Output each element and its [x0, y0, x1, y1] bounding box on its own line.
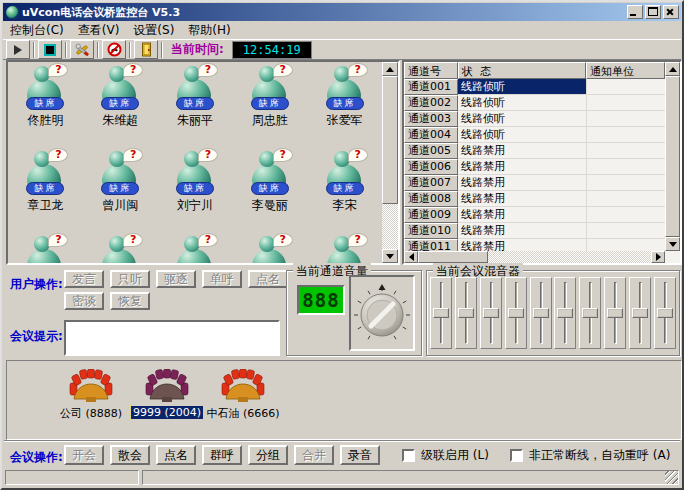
channel-unit-cell[interactable]: [586, 175, 665, 191]
mixer-slider[interactable]: [480, 277, 502, 349]
member-item[interactable]: ? 缺席 佟胜明: [8, 64, 83, 149]
channel-status-cell[interactable]: 线路侦听: [458, 79, 586, 95]
column-header[interactable]: 通道号: [404, 62, 458, 79]
channel-id-cell[interactable]: 通道009: [404, 207, 458, 223]
column-header[interactable]: 状 态: [458, 62, 586, 79]
mixer-slider[interactable]: [604, 277, 626, 349]
start-button[interactable]: [6, 40, 30, 59]
scroll-down-button[interactable]: [665, 237, 680, 251]
slider-thumb[interactable]: [483, 308, 499, 318]
op-button[interactable]: 散会: [110, 445, 150, 465]
channel-unit-cell[interactable]: [586, 127, 665, 143]
members-scrollbar[interactable]: [382, 62, 398, 263]
checkbox[interactable]: 级联启用 (L): [402, 447, 489, 464]
scroll-up-button[interactable]: [665, 62, 680, 76]
slider-thumb[interactable]: [657, 308, 673, 318]
title-bar[interactable]: uVcon电话会议桥监控台 V5.3: [3, 3, 681, 21]
stop-button[interactable]: [38, 40, 62, 59]
menu-item[interactable]: 帮助(H): [181, 21, 237, 40]
member-item[interactable]: ? 缺席: [83, 234, 158, 263]
resize-grip[interactable]: [665, 471, 678, 484]
slider-thumb[interactable]: [557, 308, 573, 318]
channel-status-cell[interactable]: 线路禁用: [458, 239, 586, 251]
slider-thumb[interactable]: [632, 308, 648, 318]
channel-status-cell[interactable]: 线路禁用: [458, 159, 586, 175]
op-button[interactable]: 密谈: [64, 292, 104, 310]
op-button[interactable]: 发言: [64, 270, 104, 288]
maximize-button[interactable]: [645, 5, 661, 19]
mixer-slider[interactable]: [554, 277, 576, 349]
slider-thumb[interactable]: [582, 308, 598, 318]
channel-unit-cell[interactable]: [586, 95, 665, 111]
scroll-right-button[interactable]: [651, 251, 665, 263]
conference-item[interactable]: 9999 (2004): [129, 369, 205, 421]
member-item[interactable]: ? 缺席: [8, 234, 83, 263]
op-button[interactable]: 驱逐: [156, 270, 196, 288]
channel-status-cell[interactable]: 线路禁用: [458, 175, 586, 191]
channel-unit-cell[interactable]: [586, 239, 665, 251]
channel-status-cell[interactable]: 线路侦听: [458, 111, 586, 127]
slider-thumb[interactable]: [433, 308, 449, 318]
member-item[interactable]: ? 缺席 周忠胜: [232, 64, 307, 149]
channel-unit-cell[interactable]: [586, 143, 665, 159]
checkbox-box[interactable]: [510, 449, 523, 462]
op-button[interactable]: 只听: [110, 270, 150, 288]
member-item[interactable]: ? 缺席 章卫龙: [8, 149, 83, 234]
channel-row[interactable]: 通道005 线路禁用: [404, 143, 665, 159]
channel-id-cell[interactable]: 通道011: [404, 239, 458, 251]
member-item[interactable]: ? 缺席 李曼丽: [232, 149, 307, 234]
op-button[interactable]: 群呼: [202, 445, 242, 465]
op-button[interactable]: 点名: [156, 445, 196, 465]
channel-id-cell[interactable]: 通道005: [404, 143, 458, 159]
menu-item[interactable]: 设置(S): [126, 21, 181, 40]
slider-thumb[interactable]: [458, 308, 474, 318]
member-item[interactable]: ? 缺席 朱丽平: [158, 64, 233, 149]
member-item[interactable]: ? 缺席 朱维超: [83, 64, 158, 149]
conference-item[interactable]: 公司 (8888): [53, 369, 129, 421]
channel-row[interactable]: 通道006 线路禁用: [404, 159, 665, 175]
scrollbar-thumb[interactable]: [418, 251, 488, 263]
channel-id-cell[interactable]: 通道006: [404, 159, 458, 175]
member-item[interactable]: ? 缺席: [158, 234, 233, 263]
checkbox[interactable]: 非正常断线，自动重呼 (A): [510, 447, 670, 464]
exit-button[interactable]: [134, 40, 158, 59]
mixer-slider[interactable]: [530, 277, 552, 349]
member-item[interactable]: ? 缺席 曾川闽: [83, 149, 158, 234]
channel-row[interactable]: 通道002 线路侦听: [404, 95, 665, 111]
channel-unit-cell[interactable]: [586, 159, 665, 175]
column-header[interactable]: 通知单位: [586, 62, 665, 79]
scrollbar-track[interactable]: [488, 251, 651, 263]
channel-status-cell[interactable]: 线路侦听: [458, 127, 586, 143]
member-item[interactable]: ? 缺席: [232, 234, 307, 263]
mixer-slider[interactable]: [629, 277, 651, 349]
channel-unit-cell[interactable]: [586, 223, 665, 239]
menu-item[interactable]: 查看(V): [71, 21, 127, 40]
member-item[interactable]: ? 缺席 李宋: [307, 149, 382, 234]
channel-id-cell[interactable]: 通道008: [404, 191, 458, 207]
channel-row[interactable]: 通道008 线路禁用: [404, 191, 665, 207]
channel-id-cell[interactable]: 通道001: [404, 79, 458, 95]
channels-hscrollbar[interactable]: [404, 251, 665, 263]
channel-id-cell[interactable]: 通道007: [404, 175, 458, 191]
channel-status-cell[interactable]: 线路禁用: [458, 191, 586, 207]
member-item[interactable]: ? 缺席: [307, 234, 382, 263]
close-button[interactable]: [663, 5, 679, 19]
scrollbar-thumb[interactable]: [382, 76, 398, 204]
mixer-slider[interactable]: [505, 277, 527, 349]
slider-thumb[interactable]: [607, 308, 623, 318]
channel-row[interactable]: 通道004 线路侦听: [404, 127, 665, 143]
scroll-down-button[interactable]: [382, 249, 398, 263]
channel-row[interactable]: 通道011 线路禁用: [404, 239, 665, 251]
channel-status-cell[interactable]: 线路禁用: [458, 223, 586, 239]
slider-thumb[interactable]: [508, 308, 524, 318]
channel-status-cell[interactable]: 线路禁用: [458, 143, 586, 159]
op-button[interactable]: 分组: [248, 445, 288, 465]
settings-button[interactable]: [70, 40, 94, 59]
op-button[interactable]: 单呼: [202, 270, 242, 288]
disconnect-button[interactable]: [102, 40, 126, 59]
menu-item[interactable]: 控制台(C): [3, 21, 71, 40]
scrollbar-track[interactable]: [382, 204, 398, 249]
channel-id-cell[interactable]: 通道002: [404, 95, 458, 111]
volume-knob[interactable]: [352, 281, 412, 345]
channel-row[interactable]: 通道010 线路禁用: [404, 223, 665, 239]
